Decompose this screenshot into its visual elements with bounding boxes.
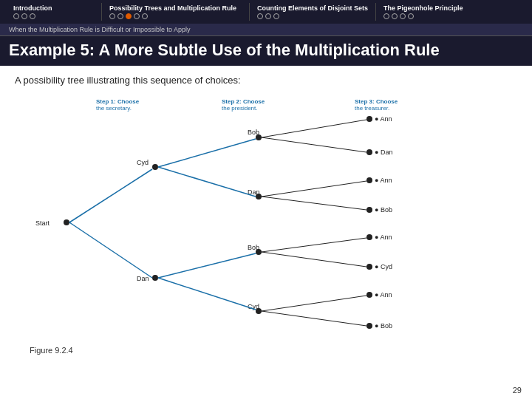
svg-line-43	[262, 252, 366, 267]
svg-text:● Ann: ● Ann	[375, 233, 392, 241]
nav-dots-introduction	[13, 13, 94, 19]
nav-dot	[392, 13, 398, 19]
svg-line-13	[69, 222, 152, 278]
nav-dot	[13, 13, 19, 19]
main-title: Example 5: A More Subtle Use of the Mult…	[9, 41, 523, 60]
svg-line-16	[158, 139, 256, 167]
svg-point-38	[366, 234, 372, 240]
svg-point-29	[366, 149, 372, 155]
nav-section-introduction: Introduction	[6, 3, 102, 21]
svg-line-46	[262, 296, 366, 311]
nav-dot	[273, 13, 279, 19]
svg-text:Dan: Dan	[137, 275, 149, 282]
tree-svg: Step 1: Choose the secretary. Step 2: Ch…	[22, 93, 510, 344]
svg-line-37	[262, 197, 366, 210]
nav-dot	[21, 13, 27, 19]
svg-text:● Ann: ● Ann	[375, 291, 392, 299]
svg-point-44	[366, 292, 372, 298]
svg-point-35	[366, 207, 372, 213]
svg-line-10	[69, 169, 152, 222]
svg-text:Bob: Bob	[248, 129, 259, 136]
svg-text:Step 2: Choose: Step 2: Choose	[222, 98, 265, 105]
svg-point-26	[366, 116, 372, 122]
nav-dots-possibility	[109, 13, 242, 19]
svg-point-32	[366, 177, 372, 183]
nav-title-introduction: Introduction	[13, 4, 94, 12]
svg-text:the treasurer.: the treasurer.	[355, 105, 389, 112]
svg-text:Step 1: Choose: Step 1: Choose	[96, 98, 140, 105]
svg-text:Cyd: Cyd	[137, 159, 149, 166]
subtitle-bar: When the Multiplication Rule is Difficul…	[0, 24, 532, 36]
svg-line-22	[158, 253, 256, 278]
nav-section-pigeonhole: The Pigeonhole Principle	[376, 3, 472, 21]
top-nav: Introduction Possibility Trees and Multi…	[0, 0, 532, 24]
nav-dots-counting	[257, 13, 368, 19]
svg-point-47	[366, 323, 372, 329]
nav-title-counting: Counting Elements of Disjoint Sets	[257, 4, 368, 12]
svg-text:the president.: the president.	[222, 105, 257, 112]
nav-title-possibility: Possibility Trees and Multiplication Rul…	[109, 4, 242, 12]
svg-text:● Ann: ● Ann	[375, 115, 392, 123]
nav-section-counting: Counting Elements of Disjoint Sets	[250, 3, 376, 21]
svg-line-19	[158, 167, 256, 197]
nav-title-pigeonhole: The Pigeonhole Principle	[383, 4, 465, 12]
subtitle-text: When the Multiplication Rule is Difficul…	[9, 26, 190, 33]
svg-line-40	[262, 238, 366, 252]
nav-dot	[265, 13, 271, 19]
svg-text:Start: Start	[35, 219, 50, 227]
nav-dots-pigeonhole	[383, 13, 465, 19]
svg-point-41	[366, 264, 372, 270]
nav-dot	[257, 13, 263, 19]
svg-line-25	[158, 278, 256, 310]
content-area: A possibility tree illustrating this seq…	[0, 66, 532, 361]
svg-text:Bob: Bob	[248, 244, 259, 251]
page-number: 29	[513, 386, 522, 395]
svg-line-28	[262, 120, 366, 137]
body-text: A possibility tree illustrating this seq…	[15, 75, 517, 86]
svg-text:● Bob: ● Bob	[375, 322, 392, 330]
svg-text:● Cyd: ● Cyd	[375, 263, 392, 270]
nav-dot	[134, 13, 140, 19]
svg-text:Step 3: Choose: Step 3: Choose	[355, 98, 398, 105]
nav-dot	[30, 13, 35, 19]
nav-section-possibility: Possibility Trees and Multiplication Rul…	[102, 3, 250, 21]
svg-text:the secretary.: the secretary.	[96, 105, 132, 112]
nav-dot	[142, 13, 148, 19]
nav-dot-active	[126, 13, 132, 19]
svg-point-11	[152, 275, 158, 281]
nav-dot	[117, 13, 123, 19]
svg-line-34	[262, 181, 366, 197]
nav-dot	[109, 13, 115, 19]
nav-dot	[408, 13, 414, 19]
svg-text:● Ann: ● Ann	[375, 177, 392, 184]
nav-dot	[400, 13, 406, 19]
svg-point-6	[64, 219, 69, 225]
svg-point-8	[152, 164, 158, 170]
svg-line-49	[262, 311, 366, 326]
svg-text:● Dan: ● Dan	[375, 149, 392, 156]
svg-text:● Bob: ● Bob	[375, 206, 392, 214]
figure-label: Figure 9.2.4	[15, 346, 517, 355]
nav-dot	[383, 13, 389, 19]
tree-diagram: Step 1: Choose the secretary. Step 2: Ch…	[22, 93, 510, 344]
main-title-bar: Example 5: A More Subtle Use of the Mult…	[0, 36, 532, 66]
svg-line-31	[262, 137, 366, 152]
